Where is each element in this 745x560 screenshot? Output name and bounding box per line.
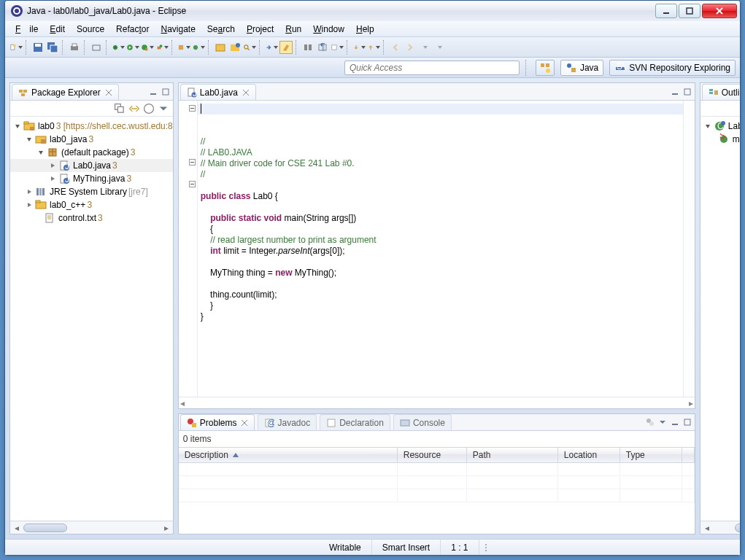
col-resource[interactable]: Resource [398, 448, 467, 462]
scroll-right-icon[interactable]: ▸ [160, 522, 173, 534]
menu-refactor[interactable]: Refactor [112, 23, 153, 36]
scroll-left-icon[interactable]: ◂ [10, 522, 23, 534]
open-type-button[interactable] [214, 41, 227, 54]
editor-content[interactable]: //// LAB0.JAVA// Main driver code for CS… [198, 101, 683, 397]
minimize-view-icon[interactable] [670, 417, 680, 427]
perspective-java[interactable]: Java [560, 60, 603, 76]
outline-item-class[interactable]: C Lab03 [702, 120, 740, 133]
tree-item-srcfolder[interactable]: lab0_java3 [10, 133, 173, 146]
grip-icon[interactable] [484, 542, 488, 553]
tree-item-jre[interactable]: JRE System Library [jre7] [10, 185, 173, 198]
toggle-breadcrumb-button[interactable] [301, 41, 314, 54]
problems-tab[interactable]: Problems [180, 414, 255, 430]
package-explorer-tab[interactable]: Package Explorer [12, 84, 119, 100]
svg-text:SVN: SVN [617, 62, 626, 71]
col-description[interactable]: Description [179, 448, 398, 462]
perspective-svn[interactable]: SVN SVN Repository Exploring [609, 60, 736, 76]
new-package-button[interactable] [177, 41, 190, 54]
javadoc-tab[interactable]: @ Javadoc [258, 414, 317, 430]
col-location[interactable]: Location [558, 448, 620, 462]
package-explorer-hscroll[interactable]: ◂ ▸ [10, 521, 173, 534]
annotation-nav-button[interactable] [265, 41, 278, 54]
link-editor-icon[interactable] [128, 102, 141, 115]
view-menu-icon[interactable] [657, 417, 668, 427]
col-type[interactable]: Type [620, 448, 682, 462]
next-annotation-button[interactable] [352, 41, 366, 54]
menu-window[interactable]: Window [309, 23, 349, 36]
toggle-highlight-button[interactable] [279, 41, 293, 54]
minimize-button[interactable] [655, 4, 677, 18]
run-last-button[interactable] [141, 41, 154, 54]
prev-annotation-button[interactable] [367, 41, 380, 54]
fold-icon[interactable] [189, 159, 196, 166]
search-button[interactable] [243, 41, 256, 54]
ext-tools-button[interactable] [155, 41, 169, 54]
back-button[interactable] [389, 41, 402, 54]
tree-item-mything[interactable]: J MyThing.java3 [10, 172, 173, 185]
close-icon[interactable] [241, 419, 248, 427]
outline-tab[interactable]: Outline [702, 84, 740, 100]
problems-table[interactable]: Description Resource Path Location Type [179, 447, 695, 534]
editor-gutter[interactable] [179, 101, 198, 397]
menu-project[interactable]: Project [242, 23, 278, 36]
nav-forward-button[interactable] [433, 41, 446, 54]
menu-help[interactable]: Help [352, 23, 379, 36]
editor-presentation-button[interactable] [331, 41, 344, 54]
outline-item-main[interactable]: S main(String[]) : v [702, 133, 740, 146]
view-menu-icon[interactable] [157, 102, 170, 115]
maximize-button[interactable] [679, 4, 700, 18]
tree-item-lab0cpp[interactable]: lab0_c++3 [10, 198, 173, 211]
maximize-view-icon[interactable] [682, 417, 692, 427]
quick-access-input[interactable] [344, 61, 520, 75]
run-button[interactable] [126, 41, 139, 54]
print-button[interactable] [68, 41, 81, 54]
new-button[interactable] [9, 41, 23, 54]
debug-button[interactable] [112, 41, 125, 54]
close-icon[interactable] [105, 89, 112, 96]
tree-item-project[interactable]: lab03 [https://shell.cec.wustl.edu:8 [10, 120, 173, 133]
tree-item-lab0java[interactable]: J Lab0.java3 [10, 159, 173, 172]
collapse-all-icon[interactable] [113, 102, 126, 115]
close-icon[interactable] [242, 89, 250, 96]
new-class-button[interactable] [192, 41, 205, 54]
svg-rect-37 [21, 93, 25, 96]
outline-tree[interactable]: C Lab03 S main(String[]) : v [700, 117, 740, 521]
forward-button[interactable] [404, 41, 417, 54]
maximize-view-icon[interactable] [682, 87, 692, 97]
svg-rect-44 [24, 122, 28, 124]
filters-icon[interactable] [645, 417, 655, 427]
col-path[interactable]: Path [467, 448, 558, 462]
title-bar[interactable]: Java - lab0/lab0_java/Lab0.java - Eclips… [5, 1, 740, 21]
menu-file[interactable]: File [11, 23, 42, 36]
package-explorer-tree[interactable]: lab03 [https://shell.cec.wustl.edu:8 lab… [10, 117, 173, 521]
menu-navigate[interactable]: Navigate [156, 23, 199, 36]
editor-tab[interactable]: J Lab0.java [180, 84, 256, 100]
save-button[interactable] [31, 41, 45, 54]
last-edit-button[interactable] [418, 41, 431, 54]
svg-rect-19 [216, 44, 225, 51]
tree-item-control[interactable]: control.txt3 [10, 211, 173, 225]
editor-hscroll[interactable]: ◂▸ [179, 397, 695, 408]
svg-rect-77 [709, 92, 713, 94]
minimize-view-icon[interactable] [670, 87, 680, 97]
minimize-view-icon[interactable] [148, 87, 158, 97]
fold-icon[interactable] [189, 105, 196, 112]
declaration-tab[interactable]: Declaration [320, 414, 390, 430]
menu-run[interactable]: Run [281, 23, 306, 36]
maximize-view-icon[interactable] [161, 87, 171, 97]
menu-edit[interactable]: Edit [45, 23, 69, 36]
menu-search[interactable]: Search [203, 23, 239, 36]
build-button[interactable] [90, 41, 103, 54]
toggle-whitespace-button[interactable]: ¶ [316, 41, 329, 54]
overview-ruler[interactable] [683, 101, 695, 397]
console-tab[interactable]: Console [393, 414, 452, 430]
outline-hscroll[interactable]: ◂▸ [700, 521, 740, 534]
close-button[interactable] [702, 4, 737, 18]
open-task-button[interactable] [228, 41, 242, 54]
fold-icon[interactable] [189, 181, 196, 187]
save-all-button[interactable] [46, 41, 59, 54]
tree-item-package[interactable]: (default package)3 [10, 146, 173, 159]
focus-task-icon[interactable] [142, 102, 155, 115]
menu-source[interactable]: Source [72, 23, 109, 36]
open-perspective-button[interactable] [536, 60, 555, 76]
